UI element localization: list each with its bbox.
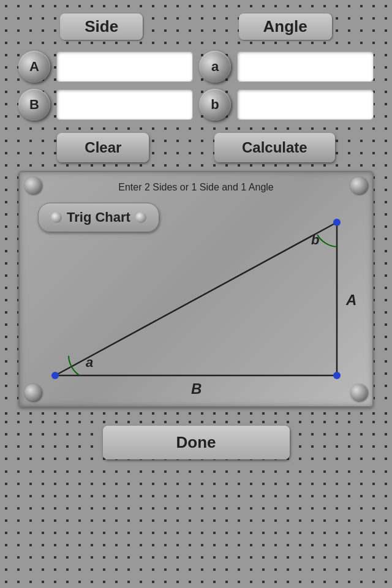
svg-text:a: a (86, 355, 93, 370)
svg-text:A: A (345, 292, 356, 308)
input-angle-a[interactable] (237, 51, 374, 82)
action-buttons: Clear Calculate (12, 127, 380, 171)
svg-text:B: B (191, 380, 202, 397)
input-side-B[interactable] (56, 89, 193, 120)
svg-marker-0 (55, 222, 337, 375)
trig-chart-orb-right (135, 212, 146, 223)
svg-point-3 (333, 219, 341, 226)
clear-button[interactable]: Clear (57, 133, 149, 162)
screw-top-right (350, 177, 368, 194)
triangle-section: Enter 2 Sides or 1 Side and 1 Angle Trig… (18, 171, 374, 407)
input-side-A[interactable] (56, 51, 193, 82)
trig-chart-button[interactable]: Trig Chart (38, 203, 159, 232)
row-a: A a (12, 51, 380, 83)
calculate-button[interactable]: Calculate (214, 133, 335, 162)
row-b: B b (12, 89, 380, 121)
svg-point-2 (333, 372, 341, 379)
done-button[interactable]: Done (103, 426, 290, 459)
instruction-text: Enter 2 Sides or 1 Side and 1 Angle (26, 178, 366, 198)
svg-point-1 (51, 372, 59, 379)
angle-header: Angle (239, 13, 332, 40)
input-angle-b[interactable] (237, 89, 374, 120)
trig-chart-label: Trig Chart (67, 209, 130, 225)
badge-B: B (18, 89, 50, 121)
badge-a: a (199, 51, 231, 83)
header-row: Side Angle (12, 7, 380, 45)
badge-b: b (199, 89, 231, 121)
svg-text:b: b (311, 232, 319, 247)
screw-top-left (24, 177, 42, 194)
side-header: Side (60, 13, 143, 40)
badge-A: A (18, 51, 50, 83)
trig-chart-orb-left (51, 212, 62, 223)
done-section: Done (0, 416, 392, 469)
